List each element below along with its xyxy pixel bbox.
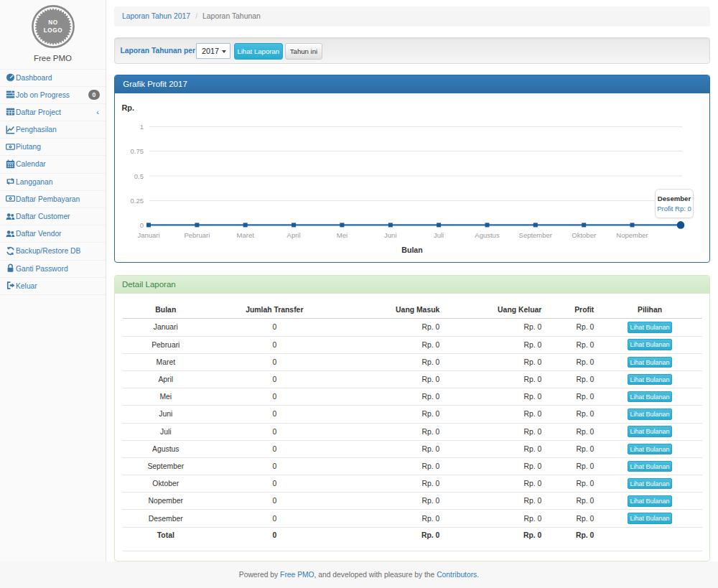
svg-text:NO: NO <box>48 19 58 26</box>
svg-text:April: April <box>286 231 300 239</box>
svg-text:Rp.: Rp. <box>121 103 134 112</box>
svg-text:LOGO: LOGO <box>43 27 62 34</box>
svg-text:0.75: 0.75 <box>130 147 144 155</box>
svg-text:Mei: Mei <box>336 231 347 239</box>
svg-text:Pebruari: Pebruari <box>184 231 210 239</box>
svg-text:0.5: 0.5 <box>134 172 143 179</box>
svg-text:0.25: 0.25 <box>130 197 144 205</box>
svg-text:Oktober: Oktober <box>572 231 596 239</box>
svg-text:Nopember: Nopember <box>616 231 648 239</box>
svg-text:1: 1 <box>139 123 143 131</box>
svg-text:Maret: Maret <box>236 231 254 239</box>
svg-text:Januari: Januari <box>137 231 159 239</box>
svg-text:Agustus: Agustus <box>475 231 500 239</box>
svg-text:Bulan: Bulan <box>401 245 422 253</box>
svg-text:Juli: Juli <box>433 231 443 239</box>
svg-text:September: September <box>518 231 551 239</box>
svg-text:Juni: Juni <box>384 231 396 239</box>
svg-text:0: 0 <box>139 221 143 229</box>
